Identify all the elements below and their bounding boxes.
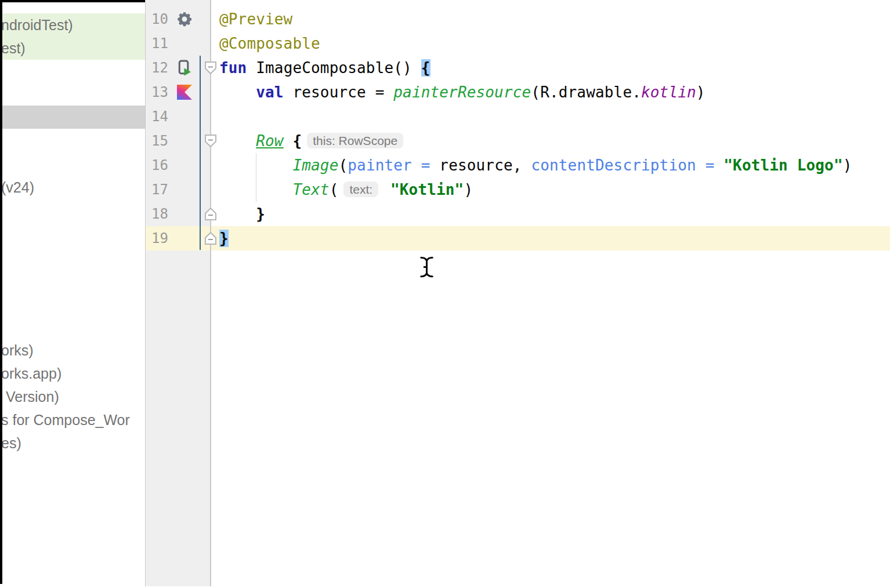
- fold-start-marker[interactable]: [205, 135, 216, 147]
- code-token: [714, 157, 723, 174]
- code-line[interactable]: @Preview: [211, 7, 890, 31]
- code-token: {: [292, 132, 302, 150]
- line-number[interactable]: 15: [146, 129, 168, 153]
- line-number[interactable]: 10: [146, 7, 168, 31]
- code-line[interactable]: Text(text: "Kotlin"): [211, 177, 890, 202]
- code-token: Text: [292, 181, 329, 198]
- code-token: [219, 181, 292, 198]
- gear-icon[interactable]: [176, 11, 193, 30]
- code-token: ): [843, 157, 852, 174]
- window-left-edge: [0, 0, 2, 584]
- code-line[interactable]: Row {this: RowScope: [211, 129, 890, 153]
- kotlin-icon[interactable]: [177, 85, 192, 100]
- code-token: [219, 84, 256, 101]
- line-number[interactable]: 17: [146, 177, 168, 202]
- fold-strip-line: [210, 0, 211, 586]
- code-token: painterResource: [393, 84, 531, 101]
- line-number[interactable]: 16: [146, 153, 168, 177]
- code-token: val: [256, 84, 283, 101]
- code-token: contentDescription: [531, 157, 696, 174]
- code-line[interactable]: fun ImageComposable() {: [211, 56, 890, 80]
- tree-item[interactable]: es): [0, 431, 145, 455]
- code-line[interactable]: val resource = painterResource(R.drawabl…: [211, 80, 890, 104]
- code-token: Image: [292, 157, 338, 174]
- scope-indicator-line: [200, 56, 201, 250]
- line-number[interactable]: 19: [146, 226, 168, 251]
- tree-item[interactable]: s for Compose_Wor: [0, 408, 145, 431]
- inlay-hint-chip: text:: [343, 182, 378, 197]
- code-token: }: [256, 205, 265, 223]
- code-token: [284, 132, 293, 150]
- code-token: =: [706, 157, 715, 174]
- gutter-left-border: [145, 0, 146, 586]
- code-line[interactable]: }: [211, 202, 890, 226]
- code-token: ): [464, 181, 473, 198]
- tree-item[interactable]: orks): [0, 339, 145, 362]
- line-number[interactable]: 12: [146, 56, 168, 80]
- code-token: [219, 157, 292, 174]
- code-token: kotlin: [641, 84, 696, 101]
- tree-item[interactable]: ndroidTest): [0, 13, 145, 37]
- code-token: (: [330, 181, 339, 198]
- code-token: (R.drawable.: [531, 84, 641, 101]
- line-number[interactable]: 13: [146, 80, 168, 104]
- code-token: resource =: [284, 84, 394, 101]
- code-token: [696, 157, 706, 174]
- code-token: {: [421, 59, 430, 77]
- code-token: "Kotlin": [390, 181, 464, 198]
- line-number[interactable]: 18: [146, 202, 168, 226]
- fold-end-marker[interactable]: [205, 232, 216, 245]
- tree-item[interactable]: est): [0, 37, 145, 60]
- code-token: [219, 205, 256, 223]
- tree-item[interactable]: Version): [0, 385, 145, 408]
- code-token: "Kotlin Logo": [723, 157, 842, 174]
- code-token: fun: [219, 59, 247, 77]
- code-line[interactable]: Image(painter = resource, contentDescrip…: [211, 153, 890, 177]
- text-ibeam-cursor: [419, 256, 435, 281]
- code-token: @Composable: [219, 35, 320, 52]
- code-token: ImageComposable(): [247, 59, 421, 77]
- code-token: (: [338, 157, 348, 174]
- code-token: }: [219, 230, 229, 247]
- ide-window: ndroidTest)est)(v24)orks)orks.app)Versio…: [0, 0, 890, 588]
- code-token: @Preview: [219, 10, 292, 28]
- fold-end-marker[interactable]: [205, 208, 216, 220]
- project-tree-panel: ndroidTest)est)(v24)orks)orks.app)Versio…: [0, 0, 145, 588]
- code-token: ): [696, 84, 706, 101]
- line-number[interactable]: 14: [146, 104, 168, 129]
- code-token: painter: [348, 157, 412, 174]
- tree-item[interactable]: orks.app): [0, 362, 145, 385]
- line-number[interactable]: 11: [146, 31, 168, 56]
- fold-start-marker[interactable]: [205, 61, 216, 74]
- code-line[interactable]: @Composable: [211, 31, 890, 56]
- code-token: =: [421, 157, 430, 174]
- code-token: [381, 181, 390, 198]
- code-token: [219, 132, 256, 150]
- tree-item[interactable]: (v24): [0, 176, 145, 199]
- inlay-hint-chip: this: RowScope: [307, 133, 403, 148]
- code-line[interactable]: }: [211, 226, 890, 251]
- code-line[interactable]: [211, 104, 890, 129]
- code-token: Row: [256, 132, 283, 150]
- code-token: resource,: [430, 157, 531, 174]
- window-top-edge: [0, 0, 145, 2]
- run-device-icon[interactable]: [176, 60, 193, 78]
- code-token: [412, 157, 421, 174]
- tree-selected-row[interactable]: [2, 106, 145, 129]
